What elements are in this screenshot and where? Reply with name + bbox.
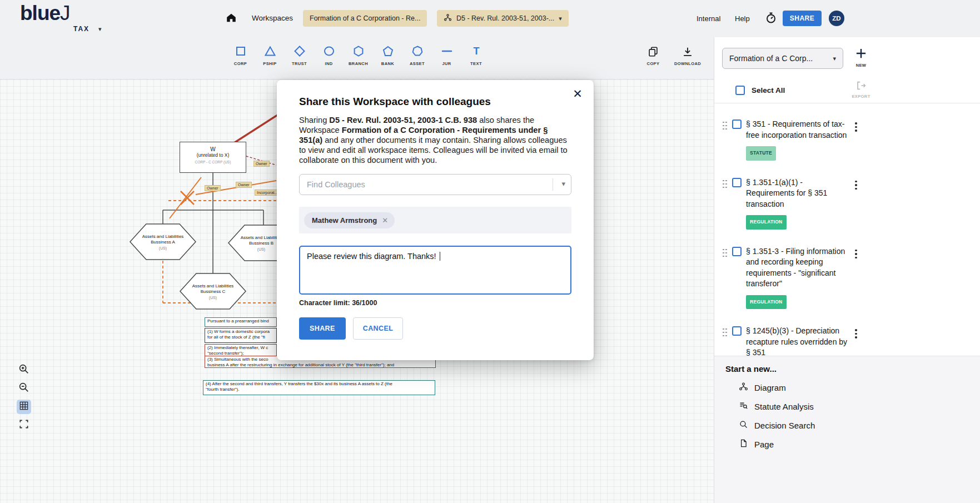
- tool-jur[interactable]: JUR: [432, 44, 461, 66]
- tool-branch[interactable]: BRANCH: [344, 44, 373, 66]
- download-icon: [681, 46, 694, 60]
- chevron-down-icon[interactable]: ▾: [561, 180, 565, 188]
- tool-asset[interactable]: ASSET: [402, 44, 432, 66]
- document-title-block[interactable]: § 1245(b)(3) - Depreciation recapture ru…: [746, 326, 848, 356]
- document-checkbox[interactable]: [732, 119, 742, 129]
- kebab-menu-icon[interactable]: [852, 250, 860, 310]
- drag-handle-icon[interactable]: [722, 179, 728, 188]
- workspace-select-label: Formation of a C Corp...: [729, 54, 813, 63]
- note-prearranged[interactable]: Pursuant to a prearranged bind: [205, 317, 277, 327]
- corp-square-icon: [234, 44, 247, 60]
- fit-to-screen-button[interactable]: [17, 418, 31, 432]
- tab-document[interactable]: D5 - Rev. Rul. 2003-51, 2003-... ▾: [437, 10, 569, 27]
- modal-description-text: and any other documents it may contain. …: [299, 136, 568, 165]
- node-label: Assets and Liabilities: [182, 283, 243, 289]
- download-button[interactable]: DOWNLOAD: [670, 46, 705, 66]
- kebab-menu-icon[interactable]: [852, 122, 860, 161]
- timer-button[interactable]: [764, 11, 778, 27]
- note-second-transfer[interactable]: (2) Immediately thereafter, W c "second …: [205, 344, 277, 356]
- workspace-select[interactable]: Formation of a C Corp... ▾: [722, 48, 843, 69]
- document-title-block[interactable]: § 1.351-1(a)(1) - Requirements for § 351…: [746, 177, 848, 230]
- workspace-panel: Formation of a C Corp... ▾ NEW Select Al…: [714, 37, 980, 503]
- diagram-icon: [739, 382, 748, 393]
- start-item-page[interactable]: Page: [725, 435, 969, 454]
- note-first-transfer[interactable]: (1) W forms a domestic corpora for all o…: [205, 328, 277, 343]
- node-label: Bussiness C: [182, 289, 243, 295]
- node-hexagon-business-a[interactable]: Assets and Liabilities Bussiness A (US): [132, 234, 193, 251]
- document-title-block[interactable]: § 1.351-3 - Filing information and recor…: [746, 246, 848, 310]
- tool-ind[interactable]: IND: [314, 44, 344, 66]
- help-link[interactable]: Help: [735, 14, 750, 23]
- statute-analysis-icon: [739, 401, 748, 412]
- drag-handle-icon[interactable]: [722, 327, 728, 337]
- stopwatch-icon: [764, 17, 778, 26]
- list-item: § 1.351-1(a)(1) - Requirements for § 351…: [714, 170, 863, 238]
- avatar[interactable]: ZD: [829, 11, 844, 26]
- colleague-chip[interactable]: Mathew Armstrong ✕: [304, 212, 395, 228]
- export-button[interactable]: EXPORT: [848, 79, 874, 99]
- note-fourth-transfer[interactable]: (4) After the second and third transfers…: [203, 380, 435, 395]
- tab-workspace[interactable]: Formation of a C Corporation - Re...: [303, 10, 427, 27]
- kebab-menu-icon[interactable]: [852, 181, 860, 230]
- start-item-diagram[interactable]: Diagram: [725, 378, 969, 397]
- document-title-block[interactable]: § 351 - Requirements of tax-free incorpo…: [746, 119, 848, 161]
- modal-description: Sharing D5 - Rev. Rul. 2003-51, 2003-1 C…: [299, 115, 571, 165]
- trust-diamond-icon: [293, 44, 306, 60]
- note-line: for all of the stock of Z (the "fi: [207, 335, 274, 340]
- find-colleagues-input[interactable]: [299, 174, 571, 195]
- app-header: blueJ TAX ▾ Workspaces Formation of a C …: [0, 0, 980, 37]
- ind-circle-icon: [322, 44, 336, 60]
- note-line: "fourth transfer").: [206, 387, 432, 392]
- export-icon: [855, 79, 867, 94]
- document-checkbox[interactable]: [732, 326, 742, 336]
- status-badge: STATUTE: [746, 146, 776, 161]
- colleague-name: Mathew Armstrong: [312, 216, 377, 225]
- edge-label-owner[interactable]: Owner: [236, 182, 252, 188]
- select-all-checkbox[interactable]: [735, 86, 745, 95]
- tool-text[interactable]: T TEXT: [461, 44, 491, 66]
- bluej-logo[interactable]: blueJ TAX ▾: [20, 2, 70, 24]
- internal-link[interactable]: Internal: [697, 14, 720, 23]
- close-icon[interactable]: ✕: [569, 86, 586, 102]
- zoom-in-button[interactable]: [17, 363, 31, 377]
- tool-corp[interactable]: CORP: [226, 44, 255, 66]
- workspaces-link[interactable]: Workspaces: [252, 14, 293, 22]
- new-document-button[interactable]: NEW: [848, 46, 874, 68]
- kebab-menu-icon[interactable]: [852, 329, 860, 356]
- start-item-decision-search[interactable]: Decision Search: [725, 416, 969, 435]
- home-button[interactable]: [225, 12, 237, 26]
- document-checkbox[interactable]: [732, 178, 742, 187]
- text-cursor: [440, 252, 441, 261]
- message-textarea[interactable]: Please review this diagram. Thanks!: [299, 246, 571, 295]
- node-hexagon-business-c[interactable]: Assets and Liabilities Bussiness C (US): [182, 283, 243, 301]
- edge-label-incorporation[interactable]: Incorporat...: [255, 190, 280, 196]
- edge-label-owner[interactable]: Owner: [253, 161, 270, 167]
- cancel-button[interactable]: CANCEL: [353, 317, 403, 340]
- tool-pship[interactable]: PSHIP: [255, 44, 285, 66]
- tab-workspace-label: Formation of a C Corporation - Re...: [310, 14, 420, 22]
- chevron-down-icon[interactable]: ▾: [98, 26, 102, 33]
- header-share-button[interactable]: SHARE: [783, 11, 822, 26]
- note-line: (2) Immediately thereafter, W c: [207, 345, 274, 351]
- tool-bank[interactable]: BANK: [373, 44, 402, 66]
- document-title: § 351 - Requirements of tax-free incorpo…: [746, 119, 847, 140]
- tool-trust[interactable]: TRUST: [285, 44, 314, 66]
- edge-label-owner[interactable]: Owner: [205, 185, 221, 191]
- find-colleagues-field: ▾: [299, 174, 571, 195]
- drag-handle-icon[interactable]: [722, 248, 728, 257]
- zoom-out-button[interactable]: [17, 381, 31, 396]
- copy-button[interactable]: COPY: [640, 46, 666, 66]
- tool-label: TEXT: [470, 61, 482, 66]
- tool-label: BANK: [381, 61, 394, 66]
- pship-triangle-icon: [263, 44, 277, 60]
- share-button[interactable]: SHARE: [299, 317, 346, 340]
- node-corp-w[interactable]: W (unrelated to X) CORP - C CORP (US): [180, 142, 246, 173]
- branch-hexagon-icon: [352, 44, 365, 60]
- plus-icon: [854, 46, 868, 63]
- remove-colleague-icon[interactable]: ✕: [382, 217, 388, 224]
- drag-handle-icon[interactable]: [722, 121, 728, 130]
- zoom-in-icon: [18, 363, 30, 377]
- start-item-statute-analysis[interactable]: Statute Analysis: [725, 397, 969, 416]
- document-checkbox[interactable]: [732, 247, 742, 256]
- grid-toggle-button[interactable]: [17, 400, 31, 414]
